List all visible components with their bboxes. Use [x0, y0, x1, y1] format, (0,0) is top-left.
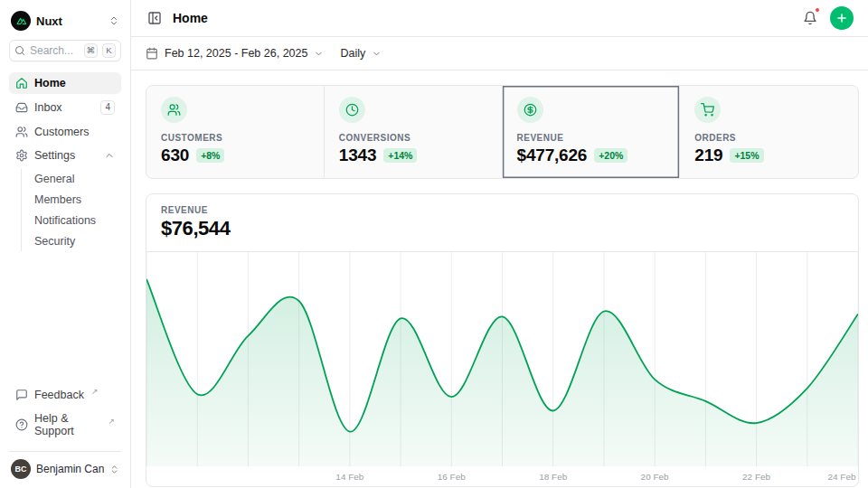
users-icon [15, 126, 28, 138]
sidebar-item-label: Customers [34, 126, 89, 138]
stat-label: CUSTOMERS [161, 133, 309, 143]
user-menu[interactable]: BC Benjamin Canac [9, 451, 121, 481]
user-name: Benjamin Canac [36, 463, 104, 475]
stat-clock-icon [339, 97, 365, 123]
revenue-chart-card: REVENUE $76,544 14 Feb16 Feb18 Feb20 Feb… [146, 193, 859, 487]
chevron-up-icon [104, 150, 115, 161]
sidebar-subitem-members[interactable]: Members [28, 190, 121, 210]
stat-cart-icon [694, 97, 721, 123]
sidebar-subitem-general[interactable]: General [28, 169, 121, 189]
stat-value: 1343 [339, 145, 377, 165]
period-value: Daily [340, 47, 365, 60]
notification-dot [815, 7, 820, 13]
stat-users-icon [161, 97, 187, 123]
message-bubble-icon [15, 389, 28, 401]
chart-metric-label: REVENUE [161, 205, 844, 215]
x-axis-tick-label: 24 Feb [827, 472, 856, 482]
user-avatar: BC [11, 459, 31, 479]
stat-value: $477,626 [517, 145, 588, 165]
notifications-button[interactable] [801, 9, 819, 27]
external-link-icon: ↗ [108, 417, 115, 426]
sidebar-subitem-notifications[interactable]: Notifications [28, 211, 121, 230]
date-range-picker[interactable]: Feb 12, 2025 - Feb 26, 2025 [146, 47, 324, 60]
sidebar-footer: Feedback ↗ Help & Support ↗ BC Benjamin … [9, 384, 121, 481]
x-axis-tick-label: 18 Feb [539, 472, 568, 482]
chevron-down-icon [372, 49, 382, 59]
sidebar-item-label: Home [34, 77, 66, 89]
help-support-link[interactable]: Help & Support ↗ [9, 408, 121, 442]
stat-card-orders[interactable]: ORDERS 219 +15% [680, 86, 858, 178]
stat-card-revenue[interactable]: REVENUE $477,626 +20% [503, 86, 681, 178]
stat-dollar-icon [517, 97, 543, 123]
stat-label: ORDERS [694, 133, 844, 143]
sidebar-item-label: Settings [34, 149, 75, 162]
page-title: Home [173, 11, 208, 25]
sidebar-nav: Home Inbox 4 Customers Settings General … [9, 72, 121, 384]
settings-gear-icon [15, 149, 28, 162]
search-icon [14, 45, 25, 56]
stat-label: REVENUE [517, 133, 665, 143]
chevrons-up-down-icon [109, 465, 119, 474]
stat-delta-badge: +14% [383, 148, 417, 163]
chart-metric-value: $76,544 [161, 217, 844, 240]
inbox-icon [15, 101, 28, 114]
settings-children: General Members Notifications Security [21, 169, 121, 251]
search-input[interactable]: Search... ⌘ K [9, 40, 121, 61]
kbd-cmd: ⌘ [84, 43, 99, 58]
panel-left-icon [147, 11, 162, 25]
filters-toolbar: Feb 12, 2025 - Feb 26, 2025 Daily [131, 37, 868, 70]
x-axis-tick-label: 22 Feb [742, 472, 771, 482]
stat-card-customers[interactable]: CUSTOMERS 630 +8% [146, 86, 325, 178]
chevrons-up-down-icon [108, 15, 119, 26]
stat-value: 219 [694, 145, 722, 165]
revenue-area-chart[interactable]: 14 Feb16 Feb18 Feb20 Feb22 Feb24 Feb [146, 252, 858, 486]
plus-icon [835, 12, 848, 24]
stat-delta-badge: +15% [730, 148, 763, 163]
date-range-value: Feb 12, 2025 - Feb 26, 2025 [165, 47, 307, 60]
sidebar: Nuxt Search... ⌘ K Home Inbox 4 Customer… [0, 0, 131, 488]
header-actions [801, 6, 854, 30]
stat-delta-badge: +20% [594, 148, 627, 163]
stat-label: CONVERSIONS [339, 133, 487, 143]
nuxt-logo-icon [11, 11, 31, 31]
home-icon [15, 77, 28, 89]
sidebar-item-home[interactable]: Home [9, 72, 121, 94]
x-axis-tick-label: 20 Feb [641, 472, 670, 482]
feedback-link[interactable]: Feedback ↗ [9, 384, 121, 406]
add-button[interactable] [830, 6, 854, 30]
sidebar-item-label: Feedback [34, 389, 84, 401]
x-axis-tick-label: 14 Feb [335, 472, 364, 482]
external-link-icon: ↗ [91, 387, 99, 396]
bell-icon [803, 11, 817, 25]
sidebar-item-customers[interactable]: Customers [9, 121, 121, 143]
stats-row: CUSTOMERS 630 +8% CONVERSIONS 1343 +14% [146, 85, 859, 179]
workspace-name: Nuxt [36, 14, 103, 28]
sidebar-item-label: Inbox [34, 101, 62, 114]
dashboard-content: CUSTOMERS 630 +8% CONVERSIONS 1343 +14% [131, 70, 868, 488]
search-placeholder: Search... [30, 44, 80, 57]
help-circle-icon [15, 418, 28, 431]
x-axis-tick-label: 16 Feb [438, 472, 467, 482]
sidebar-collapse-button[interactable] [146, 9, 164, 27]
stat-value: 630 [161, 145, 189, 165]
stat-card-conversions[interactable]: CONVERSIONS 1343 +14% [325, 86, 503, 178]
chart-header: REVENUE $76,544 [146, 194, 858, 252]
main-area: Home Feb 12, 2025 - Feb 26, 2025 Daily [131, 0, 868, 488]
calendar-icon [146, 47, 158, 60]
kbd-k: K [102, 43, 116, 58]
stat-delta-badge: +8% [196, 148, 224, 163]
sidebar-item-inbox[interactable]: Inbox 4 [9, 96, 121, 119]
page-header: Home [131, 0, 868, 37]
sidebar-item-settings[interactable]: Settings [9, 145, 121, 166]
period-select[interactable]: Daily [340, 47, 382, 60]
inbox-count-badge: 4 [100, 100, 115, 115]
sidebar-item-label: Help & Support [34, 412, 100, 437]
workspace-switcher[interactable]: Nuxt [9, 9, 121, 40]
sidebar-subitem-security[interactable]: Security [28, 231, 121, 251]
chart-svg: 14 Feb16 Feb18 Feb20 Feb22 Feb24 Feb [146, 252, 858, 486]
chevron-down-icon [314, 49, 324, 59]
